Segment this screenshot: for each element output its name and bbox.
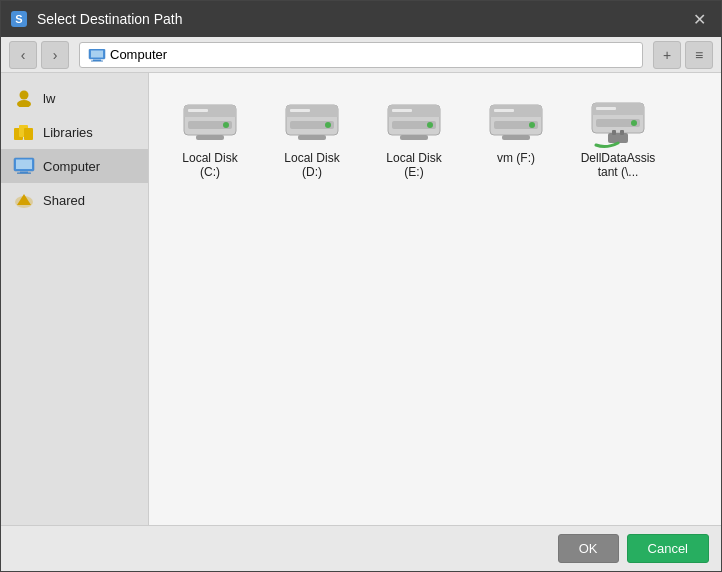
- drive-dell-label: DellDataAssistant (\...: [579, 151, 657, 179]
- svg-point-28: [325, 122, 331, 128]
- drive-c-icon: [178, 95, 242, 145]
- sidebar: lw Libraries: [1, 73, 149, 525]
- svg-point-42: [529, 122, 535, 128]
- svg-rect-39: [490, 113, 542, 117]
- svg-rect-10: [24, 128, 33, 140]
- drive-c-label: Local Disk (C:): [171, 151, 249, 179]
- sidebar-item-libraries[interactable]: Libraries: [1, 115, 148, 149]
- app-icon: S: [9, 9, 29, 29]
- sidebar-item-shared[interactable]: Shared: [1, 183, 148, 217]
- title-bar: S Select Destination Path ✕: [1, 1, 721, 37]
- svg-point-6: [20, 91, 29, 100]
- svg-rect-3: [91, 50, 103, 57]
- svg-rect-25: [286, 113, 338, 117]
- svg-rect-26: [290, 109, 310, 112]
- drive-e-icon: [382, 95, 446, 145]
- drive-f-label: vm (F:): [497, 151, 535, 165]
- drive-d-icon: [280, 95, 344, 145]
- svg-rect-36: [400, 135, 428, 140]
- main-content: Local Disk (C:) Local Disk (D:): [149, 73, 721, 525]
- svg-rect-43: [502, 135, 530, 140]
- content-area: lw Libraries: [1, 73, 721, 525]
- drive-d[interactable]: Local Disk (D:): [267, 89, 357, 185]
- svg-rect-29: [298, 135, 326, 140]
- toolbar-right: + ≡: [653, 41, 713, 69]
- user-icon: [13, 89, 35, 107]
- toolbar: ‹ › Computer + ≡: [1, 37, 721, 73]
- svg-point-7: [17, 100, 31, 107]
- drive-d-label: Local Disk (D:): [273, 151, 351, 179]
- select-destination-dialog: S Select Destination Path ✕ ‹ › Computer…: [0, 0, 722, 572]
- ok-button[interactable]: OK: [558, 534, 619, 563]
- cancel-button[interactable]: Cancel: [627, 534, 709, 563]
- drive-c[interactable]: Local Disk (C:): [165, 89, 255, 185]
- drive-f[interactable]: vm (F:): [471, 89, 561, 185]
- sidebar-item-lw-label: lw: [43, 91, 55, 106]
- dialog-title: Select Destination Path: [37, 11, 685, 27]
- drive-e[interactable]: Local Disk (E:): [369, 89, 459, 185]
- svg-rect-47: [596, 107, 616, 110]
- view-toggle-button[interactable]: ≡: [685, 41, 713, 69]
- svg-rect-12: [16, 160, 32, 170]
- svg-point-49: [631, 120, 637, 126]
- svg-rect-19: [188, 109, 208, 112]
- drive-dell[interactable]: DellDataAssistant (\...: [573, 89, 663, 185]
- sidebar-item-shared-label: Shared: [43, 193, 85, 208]
- computer-icon: [13, 157, 35, 175]
- svg-rect-5: [91, 60, 103, 61]
- svg-rect-40: [494, 109, 514, 112]
- libraries-icon: [13, 123, 35, 141]
- svg-rect-18: [184, 113, 236, 117]
- forward-button[interactable]: ›: [41, 41, 69, 69]
- location-text: Computer: [110, 47, 167, 62]
- svg-rect-33: [392, 109, 412, 112]
- svg-rect-14: [17, 173, 31, 174]
- svg-point-35: [427, 122, 433, 128]
- drive-e-label: Local Disk (E:): [375, 151, 453, 179]
- svg-text:S: S: [15, 13, 22, 25]
- sidebar-item-libraries-label: Libraries: [43, 125, 93, 140]
- drive-f-icon: [484, 95, 548, 145]
- sidebar-item-lw[interactable]: lw: [1, 81, 148, 115]
- location-bar: Computer: [79, 42, 643, 68]
- svg-rect-46: [592, 111, 644, 115]
- close-button[interactable]: ✕: [685, 5, 713, 33]
- svg-rect-52: [620, 130, 624, 135]
- svg-rect-32: [388, 113, 440, 117]
- new-folder-button[interactable]: +: [653, 41, 681, 69]
- sidebar-item-computer[interactable]: Computer: [1, 149, 148, 183]
- drive-dell-icon: [586, 95, 650, 145]
- computer-location-icon: [88, 49, 104, 61]
- footer: OK Cancel: [1, 525, 721, 571]
- back-button[interactable]: ‹: [9, 41, 37, 69]
- sidebar-item-computer-label: Computer: [43, 159, 100, 174]
- svg-rect-22: [196, 135, 224, 140]
- svg-rect-51: [612, 130, 616, 135]
- svg-point-21: [223, 122, 229, 128]
- shared-icon: [13, 191, 35, 209]
